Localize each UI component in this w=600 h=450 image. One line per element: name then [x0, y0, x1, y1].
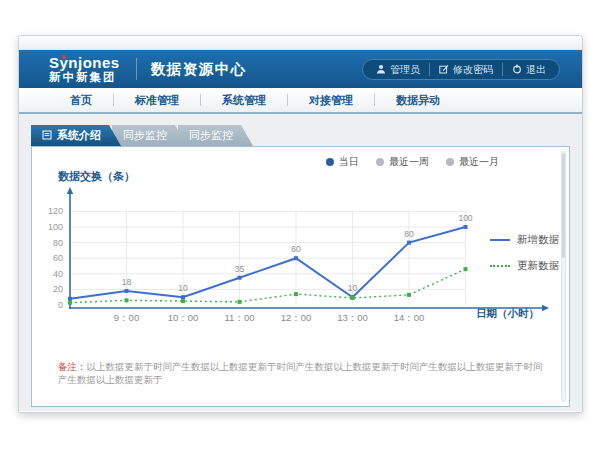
logo: Synjones 新中新集团 [49, 55, 120, 83]
svg-text:120: 120 [48, 206, 63, 216]
scrollbar-thumb[interactable] [562, 153, 565, 258]
svg-text:11：00: 11：00 [225, 312, 255, 323]
svg-text:60: 60 [53, 253, 63, 263]
radio-dot [326, 158, 334, 166]
tab-label: 同步监控 [123, 128, 167, 143]
svg-text:18: 18 [122, 277, 132, 287]
svg-text:13：00: 13：00 [337, 312, 368, 323]
range-option-label: 当日 [339, 155, 359, 169]
tab-label: 同步监控 [189, 128, 233, 143]
nav-item-standard-mgmt[interactable]: 标准管理 [114, 93, 200, 108]
card-scrollbar[interactable] [561, 151, 566, 402]
change-password-label: 修改密码 [453, 63, 493, 77]
range-option-label: 最近一周 [389, 155, 429, 169]
legend-item-new-data: 新增数据 [490, 233, 559, 247]
window-top-strip [19, 36, 582, 50]
svg-text:100: 100 [458, 213, 472, 223]
radio-dot [376, 158, 384, 166]
document-icon [42, 130, 52, 142]
user-menu: 管理员 修改密码 退出 [362, 59, 560, 80]
logo-company: 新中新集团 [49, 71, 120, 83]
range-filter: 当日 最近一周 最近一月 [326, 155, 499, 169]
range-option-last-month[interactable]: 最近一月 [446, 155, 499, 169]
page-title: 数据资源中心 [151, 60, 247, 79]
app-header: Synjones 新中新集团 数据资源中心 管理员 修改密码 [19, 50, 582, 88]
chart-legend: 新增数据 更新数据 [490, 233, 559, 273]
svg-text:10: 10 [178, 283, 188, 293]
tab-system-intro[interactable]: 系统介绍 [31, 125, 121, 146]
logout-button[interactable]: 退出 [502, 63, 555, 76]
tab-sync-monitor-2[interactable]: 同步监控 [178, 125, 253, 146]
range-option-label: 最近一月 [459, 155, 499, 169]
admin-user-label: 管理员 [390, 63, 420, 77]
svg-text:0: 0 [58, 300, 63, 310]
svg-text:80: 80 [53, 238, 63, 248]
svg-text:10：00: 10：00 [168, 312, 199, 323]
edit-icon [439, 64, 449, 76]
dotted-line-swatch [490, 265, 510, 267]
range-option-last-week[interactable]: 最近一周 [376, 155, 429, 169]
header-divider [136, 58, 137, 80]
app-window: Synjones 新中新集团 数据资源中心 管理员 修改密码 [18, 35, 583, 413]
radio-dot [446, 158, 454, 166]
tab-sync-monitor-1[interactable]: 同步监控 [112, 125, 187, 146]
y-axis-title: 数据交换（条） [58, 169, 135, 184]
nav-item-data-change[interactable]: 数据异动 [375, 93, 461, 108]
nav-item-interface-mgmt[interactable]: 对接管理 [288, 93, 374, 108]
logo-name: Synjones [49, 55, 120, 71]
logout-label: 退出 [526, 63, 546, 77]
svg-text:10: 10 [348, 283, 358, 293]
svg-text:35: 35 [235, 264, 245, 274]
power-icon [512, 64, 522, 76]
user-icon [376, 64, 386, 76]
note-label: 备注： [58, 361, 87, 372]
svg-text:12：00: 12：00 [281, 312, 312, 323]
nav-item-home[interactable]: 首页 [49, 93, 113, 108]
tab-bar: 系统介绍 同步监控 同步监控 [31, 125, 253, 146]
admin-user-button[interactable]: 管理员 [367, 63, 429, 76]
solid-line-swatch [490, 239, 510, 241]
tab-label: 系统介绍 [57, 128, 101, 143]
svg-text:60: 60 [291, 244, 301, 254]
content-area: 系统介绍 同步监控 同步监控 当日 最近一周 [19, 114, 582, 411]
svg-text:14：00: 14：00 [394, 312, 425, 323]
main-nav: 首页 标准管理 系统管理 对接管理 数据异动 [19, 88, 582, 114]
range-option-today[interactable]: 当日 [326, 155, 359, 169]
nav-item-system-mgmt[interactable]: 系统管理 [201, 93, 287, 108]
footer-note: 备注：以上数据更新于时间产生数据以上数据更新于时间产生数据以上数据更新于时间产生… [58, 361, 549, 387]
svg-text:40: 40 [53, 269, 63, 279]
chart-card: 当日 最近一周 最近一月 数据交换（条） 0204060801001209：00… [31, 146, 570, 407]
svg-text:20: 20 [53, 284, 63, 294]
svg-text:100: 100 [48, 222, 63, 232]
svg-text:9：00: 9：00 [114, 312, 139, 323]
svg-text:80: 80 [404, 229, 414, 239]
x-axis-title: 日期（小时） [476, 307, 539, 321]
change-password-button[interactable]: 修改密码 [429, 63, 502, 76]
legend-item-update-data: 更新数据 [490, 259, 559, 273]
note-text: 以上数据更新于时间产生数据以上数据更新于时间产生数据以上数据更新于时间产生数据以… [58, 361, 543, 385]
